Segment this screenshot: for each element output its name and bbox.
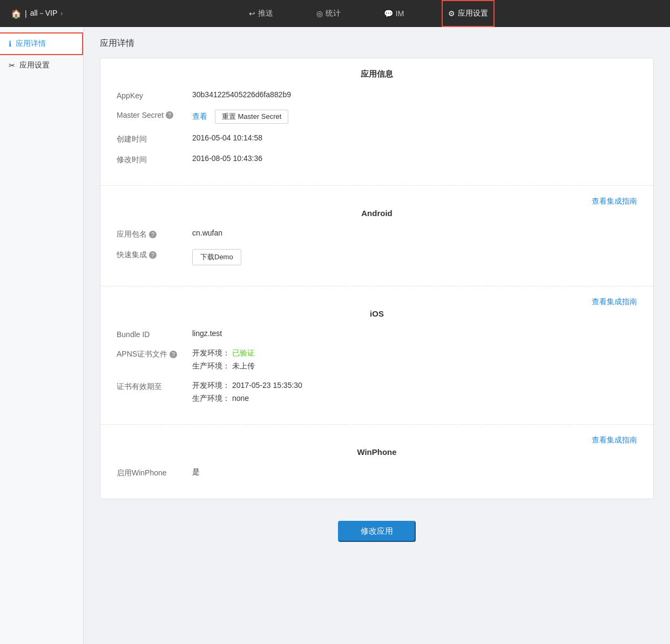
nav-stats[interactable]: ◎ 统计 <box>311 0 346 27</box>
settings-icon: ✂ <box>9 61 15 70</box>
apns-dev-status: 已验证 <box>232 348 255 357</box>
master-secret-row: Master Secret ? 查看 重置 Master Secret <box>117 110 637 124</box>
nav-im[interactable]: 💬 IM <box>378 0 410 27</box>
winphone-section: 查看集成指南 WinPhone 启用WinPhone 是 <box>100 425 653 499</box>
cert-dev-expiry: 开发环境： 2017-05-23 15:35:30 <box>192 381 637 391</box>
reset-master-secret-button[interactable]: 重置 Master Secret <box>215 110 289 124</box>
apns-dev-prefix: 开发环境： <box>192 348 230 357</box>
apns-help-icon[interactable]: ? <box>170 351 177 358</box>
cert-dev-date: 2017-05-23 15:35:30 <box>232 381 302 390</box>
apns-cert-label: APNS证书文件 ? <box>117 348 192 359</box>
enable-winphone-row: 启用WinPhone 是 <box>117 467 637 478</box>
modified-time-value: 2016-08-05 10:43:36 <box>192 154 637 163</box>
package-name-value: cn.wufan <box>192 229 637 237</box>
cert-dev-prefix: 开发环境： <box>192 381 230 390</box>
download-demo-button[interactable]: 下载Demo <box>192 249 241 265</box>
nav-push[interactable]: ↩ 推送 <box>243 0 279 27</box>
master-secret-help-icon[interactable]: ? <box>166 111 173 119</box>
sidebar-app-detail-label: 应用详情 <box>16 39 46 49</box>
cert-prod-prefix: 生产环境： <box>192 394 230 403</box>
cert-prod-expiry: 生产环境： none <box>192 394 637 404</box>
submit-area: 修改应用 <box>100 510 654 547</box>
modified-time-row: 修改时间 2016-08-05 10:43:36 <box>117 154 637 165</box>
sidebar-item-app-settings[interactable]: ✂ 应用设置 <box>0 55 83 76</box>
gear-icon: ⚙ <box>448 9 455 18</box>
chevron-icon: › <box>60 10 63 17</box>
nav-push-label: 推送 <box>258 9 273 18</box>
cert-expiry-row: 证书有效期至 开发环境： 2017-05-23 15:35:30 生产环境： n… <box>117 381 637 404</box>
sidebar-item-app-detail[interactable]: ℹ 应用详情 <box>0 32 83 55</box>
winphone-title: WinPhone <box>117 447 637 457</box>
apns-prod-status: 未上传 <box>232 361 255 370</box>
enable-winphone-label: 启用WinPhone <box>117 467 192 478</box>
page-title: 应用详情 <box>100 38 654 49</box>
cert-expiry-label: 证书有效期至 <box>117 381 192 392</box>
top-nav: 🏠 | all－VIP › ↩ 推送 ◎ 统计 💬 IM ⚙ 应用设置 <box>0 0 670 27</box>
im-icon: 💬 <box>384 9 393 18</box>
nav-settings-label: 应用设置 <box>458 9 488 18</box>
ios-view-guide-link[interactable]: 查看集成指南 <box>592 297 637 307</box>
bundle-id-value: lingz.test <box>192 329 637 338</box>
apns-prod-prefix: 生产环境： <box>192 361 230 370</box>
quick-integration-row: 快速集成 ? 下载Demo <box>117 249 637 265</box>
submit-button[interactable]: 修改应用 <box>338 521 416 542</box>
nav-center: ↩ 推送 ◎ 统计 💬 IM ⚙ 应用设置 <box>79 0 659 27</box>
info-icon: ℹ <box>9 39 11 48</box>
detail-card: 应用信息 AppKey 30b341225405226d6fa882b9 Mas… <box>100 58 654 499</box>
android-section: 查看集成指南 Android 应用包名 ? cn.wufan 快速集成 ? <box>100 186 653 286</box>
apns-cert-value: 开发环境： 已验证 生产环境： 未上传 <box>192 348 637 371</box>
modified-time-label: 修改时间 <box>117 154 192 165</box>
home-icon: 🏠 <box>11 9 22 19</box>
package-help-icon[interactable]: ? <box>149 231 157 238</box>
created-time-label: 创建时间 <box>117 133 192 144</box>
appkey-label: AppKey <box>117 90 192 100</box>
nav-app-settings[interactable]: ⚙ 应用设置 <box>442 0 495 27</box>
quick-help-icon[interactable]: ? <box>149 251 157 259</box>
app-info-section: 应用信息 AppKey 30b341225405226d6fa882b9 Mas… <box>100 58 653 186</box>
apns-dev-env: 开发环境： 已验证 <box>192 348 637 358</box>
quick-integration-label: 快速集成 ? <box>117 249 192 260</box>
nav-im-label: IM <box>396 9 404 18</box>
stats-icon: ◎ <box>316 9 323 18</box>
package-name-label: 应用包名 ? <box>117 229 192 239</box>
view-master-secret-link[interactable]: 查看 <box>192 112 207 120</box>
ios-section: 查看集成指南 iOS Bundle ID lingz.test APNS证书文件… <box>100 286 653 425</box>
nav-stats-label: 统计 <box>326 9 341 18</box>
push-icon: ↩ <box>249 9 255 18</box>
master-secret-controls: 查看 重置 Master Secret <box>192 110 637 124</box>
winphone-view-guide-link[interactable]: 查看集成指南 <box>592 435 637 445</box>
enable-winphone-value: 是 <box>192 467 637 477</box>
sidebar: ℹ 应用详情 ✂ 应用设置 <box>0 27 84 644</box>
layout: ℹ 应用详情 ✂ 应用设置 应用详情 应用信息 AppKey 30b341225… <box>0 27 670 644</box>
appkey-row: AppKey 30b341225405226d6fa882b9 <box>117 90 637 100</box>
created-time-row: 创建时间 2016-05-04 10:14:58 <box>117 133 637 144</box>
apns-prod-env: 生产环境： 未上传 <box>192 361 637 371</box>
package-name-row: 应用包名 ? cn.wufan <box>117 229 637 239</box>
android-title: Android <box>117 209 637 218</box>
bundle-id-label: Bundle ID <box>117 329 192 339</box>
appkey-value: 30b341225405226d6fa882b9 <box>192 90 637 99</box>
master-secret-label: Master Secret ? <box>117 110 192 119</box>
main-content: 应用详情 应用信息 AppKey 30b341225405226d6fa882b… <box>84 27 670 644</box>
apns-cert-row: APNS证书文件 ? 开发环境： 已验证 生产环境： 未上传 <box>117 348 637 371</box>
brand-name: all－VIP <box>30 9 58 18</box>
brand-separator: | <box>25 9 27 18</box>
app-info-title: 应用信息 <box>117 69 637 79</box>
cert-expiry-value: 开发环境： 2017-05-23 15:35:30 生产环境： none <box>192 381 637 404</box>
android-view-guide-link[interactable]: 查看集成指南 <box>592 197 637 206</box>
ios-title: iOS <box>117 309 637 318</box>
quick-integration-value: 下载Demo <box>192 249 637 265</box>
bundle-id-row: Bundle ID lingz.test <box>117 329 637 339</box>
brand-area[interactable]: 🏠 | all－VIP › <box>11 9 63 19</box>
cert-prod-date: none <box>232 394 249 403</box>
sidebar-app-settings-label: 应用设置 <box>19 61 50 70</box>
created-time-value: 2016-05-04 10:14:58 <box>192 133 637 142</box>
